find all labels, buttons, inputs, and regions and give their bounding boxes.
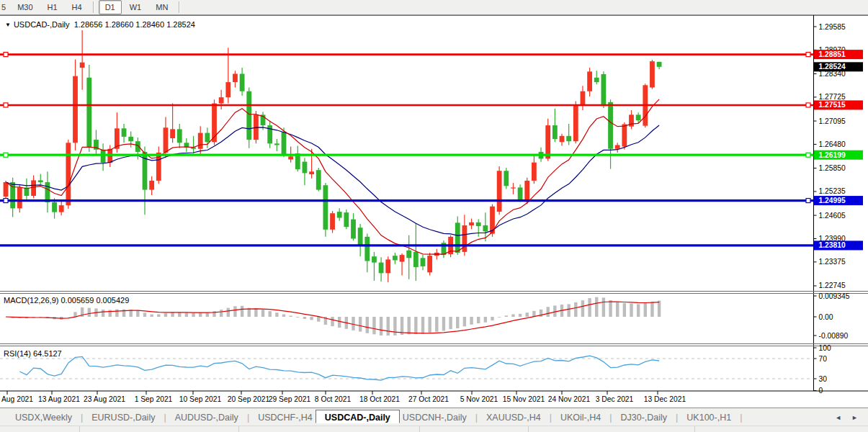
price-level-badge: 1.26199	[819, 151, 846, 159]
tab-uk100-h1[interactable]: UK100-,H1	[685, 410, 733, 425]
date-tick-label: 1 Sep 2021	[135, 395, 173, 403]
chart-title: ▼USDCAD-,Daily 1.28656 1.28660 1.28460 1…	[5, 20, 195, 29]
macd-axis-label: 0.00	[819, 313, 833, 321]
tab-usdcad-daily[interactable]: USDCAD-,Daily	[316, 410, 400, 423]
macd-current-values: 0.005659 0.005429	[61, 296, 129, 305]
tab-usdx-weekly[interactable]: USDX,Weekly	[14, 410, 73, 425]
status-cell	[420, 426, 529, 432]
date-tick-label: 8 Oct 2021	[315, 395, 352, 403]
tab-usdcnh-daily[interactable]: USDCNH-,Daily	[401, 410, 468, 425]
tab-separator: |	[740, 413, 742, 423]
status-cell	[239, 426, 420, 432]
line-anchor-handle[interactable]	[806, 199, 810, 203]
date-tick-label: 20 Sep 2021	[228, 395, 270, 403]
toolbar-separator	[179, 1, 180, 13]
status-cell	[529, 426, 695, 432]
tab-usdchf-h4[interactable]: USDCHF-,H4	[256, 410, 314, 425]
price-tick-label: 1.27095	[819, 117, 846, 125]
timeframe-button-h1[interactable]: H1	[41, 0, 64, 14]
date-tick-label: 18 Oct 2021	[359, 395, 400, 403]
timeframe-button-mn[interactable]: MN	[149, 0, 174, 14]
timeframe-button-m30[interactable]: M30	[11, 0, 39, 14]
rsi-axis-label: 0	[819, 387, 823, 395]
tab-dj30-daily[interactable]: DJ30-,Daily	[619, 410, 668, 425]
toolbar-separator	[93, 1, 94, 13]
chart-symbol-period: USDCAD-,Daily	[14, 20, 70, 29]
tab-scroll-left-icon[interactable]: ◄	[835, 414, 841, 421]
tab-separator: |	[247, 413, 249, 423]
line-anchor-handle[interactable]	[4, 199, 8, 203]
tab-audusd-daily[interactable]: AUDUSD-,Daily	[174, 410, 240, 425]
rsi-axis-label: 70	[819, 355, 828, 363]
symbol-dropdown-icon[interactable]: ▼	[5, 22, 11, 28]
timeframe-button-w1[interactable]: W1	[123, 0, 148, 14]
price-tick-label: 1.23375	[819, 258, 846, 266]
price-tick-label: 1.22745	[819, 282, 846, 289]
line-anchor-handle[interactable]	[806, 53, 810, 57]
price-tick-label: 1.25850	[819, 164, 846, 172]
terminal-window: 5M30H1H4D1W1MN ▼USDCAD-,Daily 1.28656 1.…	[0, 0, 868, 432]
status-cell	[80, 426, 239, 432]
price-axis[interactable]: 1.295851.289701.283401.277251.270951.264…	[814, 23, 864, 290]
timeframe-toolbar: 5M30H1H4D1W1MN	[0, 0, 868, 15]
date-tick-label: 29 Sep 2021	[269, 395, 311, 403]
date-tick-label: 4 Aug 2021	[0, 395, 33, 403]
macd-axis-label: 0.009345	[819, 292, 850, 300]
price-tick-label: 1.26480	[819, 140, 846, 148]
chart-ohlc-values: 1.28656 1.28660 1.28460 1.28524	[74, 20, 195, 29]
tab-eurusd-daily[interactable]: EURUSD-,Daily	[90, 410, 156, 425]
price-tick-label: 1.25235	[819, 187, 846, 195]
rsi-axis-label: 30	[819, 375, 828, 383]
tab-ukoil-h4[interactable]: UKOil-,H4	[559, 410, 602, 425]
timeframe-button-5[interactable]: 5	[0, 0, 9, 14]
tab-separator: |	[676, 413, 678, 423]
date-tick-label: 10 Sep 2021	[179, 395, 222, 403]
rsi-name: RSI(14)	[4, 349, 31, 358]
line-anchor-handle[interactable]	[4, 153, 8, 157]
tab-separator: |	[475, 413, 478, 423]
tab-scroll-right-icon[interactable]: ►	[851, 414, 858, 421]
chart-tab-bar: USDX,Weekly|EURUSD-,Daily|AUDUSD-,Daily|…	[0, 408, 868, 426]
date-tick-label: 13 Aug 2021	[38, 395, 80, 403]
line-anchor-handle[interactable]	[806, 153, 810, 157]
line-anchor-handle[interactable]	[4, 103, 8, 107]
date-tick-label: 15 Nov 2021	[503, 395, 545, 403]
date-tick-label: 3 Dec 2021	[596, 395, 634, 403]
chart-region[interactable]: ▼USDCAD-,Daily 1.28656 1.28660 1.28460 1…	[0, 15, 868, 408]
price-tick-label: 1.29585	[819, 23, 846, 31]
status-cell	[0, 426, 80, 432]
tab-separator: |	[550, 413, 552, 423]
line-anchor-handle[interactable]	[806, 103, 810, 107]
tab-separator: |	[609, 413, 612, 423]
date-tick-label: 5 Nov 2021	[460, 395, 498, 403]
tab-separator: |	[164, 413, 166, 423]
price-level-badge: 1.23810	[819, 241, 846, 249]
price-tick-label: 1.24605	[819, 212, 846, 220]
macd-name: MACD(12,26,9)	[4, 296, 58, 305]
bottom-status-strip	[0, 426, 868, 432]
tab-xauusd-h4[interactable]: XAUUSD-,H4	[485, 410, 542, 425]
price-level-badge: 1.24995	[819, 197, 846, 204]
tab-separator: |	[81, 413, 83, 423]
price-level-badge: 1.28851	[819, 50, 846, 58]
date-tick-label: 13 Dec 2021	[644, 395, 686, 403]
timeframe-button-h4[interactable]: H4	[66, 0, 89, 14]
rsi-current-value: 64.5127	[33, 349, 62, 358]
chart-canvas[interactable]: 1.295851.289701.283401.277251.270951.264…	[0, 15, 868, 408]
timeframe-button-d1[interactable]: D1	[99, 0, 122, 14]
line-anchor-handle[interactable]	[4, 53, 8, 57]
date-tick-label: 24 Nov 2021	[548, 395, 591, 403]
macd-indicator-label: MACD(12,26,9) 0.005659 0.005429	[4, 296, 129, 305]
price-level-badge: 1.28524	[819, 63, 846, 71]
price-tick-label: 1.27725	[819, 93, 846, 101]
macd-axis-label: -0.00890	[819, 332, 849, 340]
rsi-axis-label: 100	[819, 344, 831, 352]
date-tick-label: 27 Oct 2021	[408, 395, 449, 403]
date-tick-label: 23 Aug 2021	[84, 395, 125, 403]
price-level-badge: 1.27515	[819, 101, 846, 109]
rsi-indicator-label: RSI(14) 64.5127	[4, 349, 62, 358]
